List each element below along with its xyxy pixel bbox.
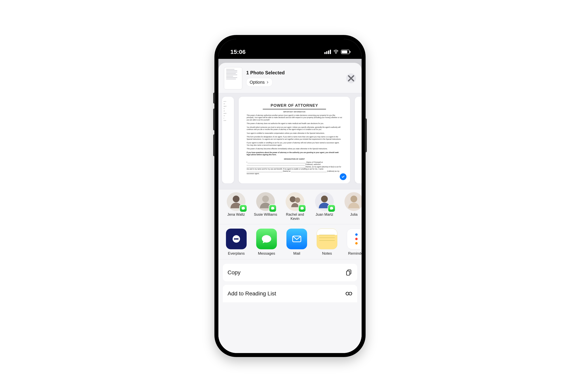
action-reading-list-label: Add to Reading List [228,291,276,297]
contact-juan-martz[interactable]: Juan Martz [313,192,336,221]
power-button [365,118,367,152]
doc-designation-heading: DESIGNATION OF AGENT [247,158,342,160]
mail-icon [287,229,307,249]
doc-para: Your agent is entitled to reasonable com… [247,132,342,134]
everplans-icon [226,229,247,249]
svg-point-8 [236,238,237,240]
avatar [344,192,362,211]
doc-para: This power of attorney does not authoriz… [247,122,342,125]
doc-para: If your agent is unable or unwilling to … [247,142,342,146]
apps-row[interactable]: Everplans Messages Mail [218,224,362,259]
messages-badge-icon [269,205,276,212]
contact-susie-williams[interactable]: Susie Williams [254,192,277,221]
share-sheet: 1 Photo Selected Options [218,63,362,353]
doc-para-bold: If you have questions about the power of… [247,151,342,156]
copy-icon [345,269,352,276]
contact-name: Rachel and Kevin [283,212,307,221]
messages-badge-icon [240,205,247,212]
preview-scroll[interactable]: ed toedagentatailidefulnd e orize POWER … [218,97,362,183]
doc-para: You should select someone you trust to s… [247,126,342,131]
dynamic-island [266,44,314,56]
svg-point-4 [321,196,328,202]
contact-name: Julia [350,212,357,217]
wifi-icon [333,49,338,54]
app-label: Notes [322,251,332,256]
selection-thumbnail[interactable] [224,67,242,90]
action-copy-label: Copy [228,269,241,276]
messages-badge-icon [328,205,335,212]
app-label: Mail [293,251,300,256]
contact-name: Jena Waltz [227,212,245,217]
svg-point-9 [237,238,239,240]
svg-point-3 [295,197,300,203]
svg-point-5 [350,196,357,202]
action-copy[interactable]: Copy [223,264,357,281]
preview-strip: ed toedagentatailidefulnd e orize POWER … [218,93,362,190]
silent-switch [213,93,215,103]
doc-subtitle: IMPORTANT INFORMATION [247,111,342,113]
app-notes[interactable]: Notes [315,229,339,256]
volume-up-button [213,108,215,130]
notes-icon [317,229,337,249]
svg-rect-12 [346,271,350,275]
contact-name: Juan Martz [315,212,333,217]
doc-title: POWER OF ATTORNEY [263,102,326,109]
app-messages[interactable]: Messages [255,229,279,256]
app-mail[interactable]: Mail [285,229,309,256]
app-label: Messages [258,251,275,256]
chevron-right-icon [266,81,269,84]
messages-icon [256,229,277,249]
contact-rachel-and-kevin[interactable]: Rachel and Kevin [283,192,307,221]
app-label: Everplans [228,251,245,256]
options-label: Options [250,80,265,85]
app-label: Reminders [348,251,362,256]
svg-point-1 [262,196,269,202]
reading-list-icon [345,290,352,297]
document-preview-main[interactable]: POWER OF ATTORNEY IMPORTANT INFORMATION … [239,97,350,183]
svg-point-7 [234,238,236,240]
reminders-icon [347,229,362,249]
svg-point-2 [290,196,296,202]
phone-frame: 15:06 1 Photo Selected [214,35,366,357]
messages-badge-icon [299,205,305,212]
volume-down-button [213,134,215,156]
action-add-reading-list[interactable]: Add to Reading List [223,285,357,302]
action-list: Copy Add to Reading List [218,259,362,302]
doc-para: This form provides for designation of on… [247,136,342,140]
contact-julia[interactable]: Julia [342,192,362,221]
contact-name: Susie Williams [254,212,277,217]
options-button[interactable]: Options [246,78,273,87]
document-preview-prev[interactable]: ed toedagentatailidefulnd e orize [222,97,234,183]
contacts-row[interactable]: Jena Waltz Susie Williams [218,190,362,224]
close-button[interactable] [346,73,356,83]
cellular-icon [324,50,331,54]
status-time: 15:06 [230,49,246,55]
doc-para: This power of attorney authorizes anothe… [247,114,342,121]
selected-checkmark[interactable] [340,173,346,180]
doc-designation-body: I ______________________________________… [247,161,342,175]
app-everplans[interactable]: Everplans [224,229,248,256]
screen: 15:06 1 Photo Selected [218,39,362,353]
doc-para: This power of attorney becomes effective… [247,148,342,150]
close-icon [346,73,356,83]
selected-count-label: 1 Photo Selected [246,70,342,76]
svg-point-0 [233,196,240,202]
battery-icon [341,50,350,54]
document-preview-next[interactable] [355,97,362,183]
contact-jena-waltz[interactable]: Jena Waltz [224,192,248,221]
sheet-header: 1 Photo Selected Options [218,63,362,93]
check-icon [341,175,345,179]
app-reminders[interactable]: Reminders [345,229,362,256]
